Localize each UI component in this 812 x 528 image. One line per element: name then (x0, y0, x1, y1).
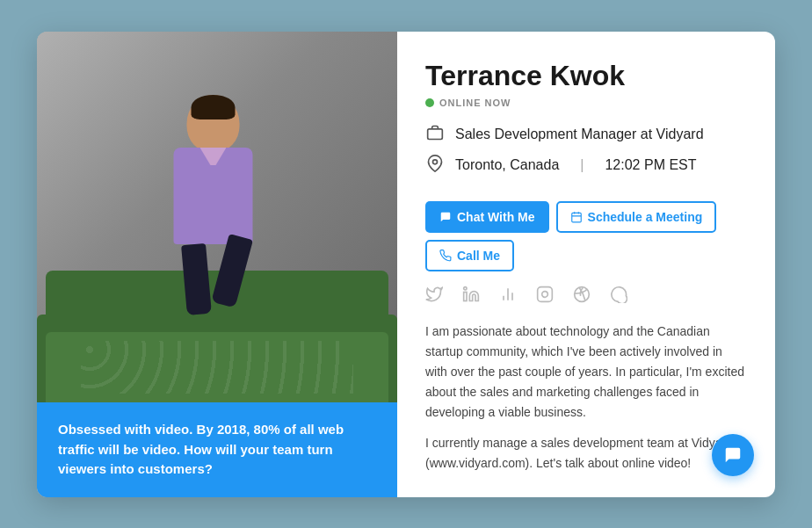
person-figure (174, 95, 253, 315)
right-panel-wrapper: Terrance Kwok ONLINE NOW Sales Developme… (397, 32, 775, 497)
calendar-icon (570, 211, 583, 223)
phone-icon (439, 250, 452, 262)
chat-fab-icon (723, 445, 743, 465)
right-panel: Terrance Kwok ONLINE NOW Sales Developme… (397, 32, 775, 497)
skype-icon[interactable] (610, 286, 627, 307)
divider: | (580, 157, 584, 173)
svg-rect-0 (428, 128, 443, 139)
analytics-icon[interactable] (499, 286, 517, 307)
leg-left (181, 243, 212, 315)
chat-fab-button[interactable] (712, 434, 754, 476)
svg-rect-12 (538, 286, 553, 301)
svg-point-8 (464, 286, 467, 289)
svg-point-2 (433, 159, 438, 163)
caption-banner: Obsessed with video. By 2018, 80% of all… (37, 402, 397, 497)
leg-right (211, 234, 253, 308)
briefcase-icon (425, 124, 445, 146)
person-name: Terrance Kwok (425, 60, 747, 92)
call-button[interactable]: Call Me (425, 240, 514, 271)
online-dot (425, 98, 434, 107)
schedule-button[interactable]: Schedule a Meeting (556, 201, 717, 233)
online-status: ONLINE NOW (425, 98, 747, 108)
shirt-collar (200, 148, 227, 165)
chat-icon (439, 211, 452, 223)
social-icons-row (425, 286, 747, 307)
svg-rect-7 (464, 292, 467, 300)
sofa-body (46, 332, 388, 402)
person-torso (174, 148, 253, 244)
chat-button[interactable]: Chat With Me (425, 201, 549, 233)
location-text: Toronto, Canada (455, 157, 559, 173)
photo-area (37, 32, 397, 403)
person-hair (192, 95, 236, 119)
profile-card: Obsessed with video. By 2018, 80% of all… (37, 32, 775, 497)
bio-paragraph-2: I currently manage a sales development t… (425, 433, 747, 474)
pinterest-icon[interactable] (573, 286, 591, 307)
job-title: Sales Development Manager at Vidyard (455, 127, 704, 142)
online-label: ONLINE NOW (439, 98, 511, 108)
location-info-row: Toronto, Canada | 12:02 PM EST (425, 155, 747, 177)
twitter-icon[interactable] (425, 286, 443, 307)
job-info-row: Sales Development Manager at Vidyard (425, 124, 747, 146)
person-head (187, 95, 240, 152)
linkedin-icon[interactable] (462, 286, 480, 307)
person-legs (174, 244, 253, 315)
time-text: 12:02 PM EST (605, 157, 696, 173)
instagram-icon[interactable] (536, 286, 554, 307)
location-icon (425, 155, 445, 177)
svg-rect-3 (571, 213, 581, 222)
bio-paragraph-1: I am passionate about technology and the… (425, 322, 747, 423)
left-panel: Obsessed with video. By 2018, 80% of all… (37, 32, 397, 497)
action-buttons: Chat With Me Schedule a Meeting Call Me (425, 201, 747, 271)
caption-text: Obsessed with video. By 2018, 80% of all… (58, 420, 376, 480)
sofa-pattern (81, 341, 353, 394)
